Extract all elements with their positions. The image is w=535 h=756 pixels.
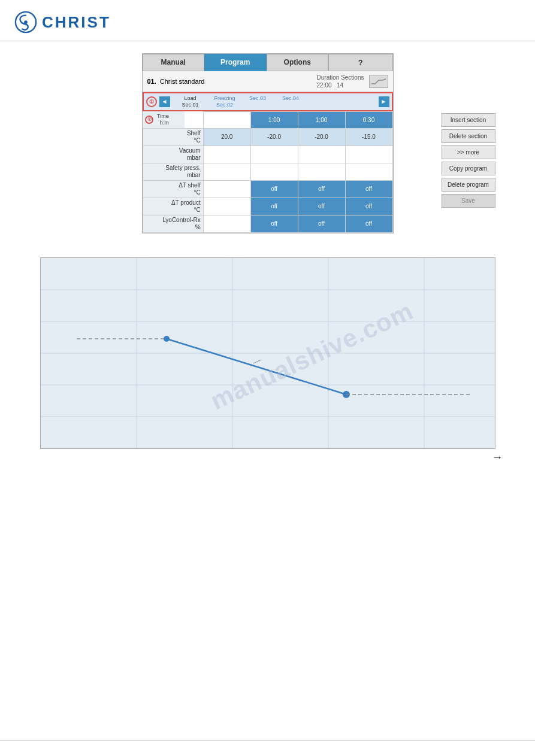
sec03-dt-product[interactable]: off — [298, 198, 345, 215]
sec04-header: Sec.04 — [274, 95, 307, 108]
program-icon — [369, 75, 388, 88]
sec02-vacuum[interactable] — [250, 145, 298, 163]
program-header: 01. Christ standard Duration Sections 22… — [143, 71, 393, 92]
sec04-safety[interactable] — [345, 163, 392, 180]
insert-section-button[interactable]: Insert section — [442, 113, 495, 127]
logo-text: CHRIST — [42, 13, 111, 32]
arrow-right: → — [492, 451, 503, 464]
program-meta: Duration Sections 22:00 14 — [317, 74, 364, 89]
svg-point-1 — [24, 20, 28, 24]
more-button[interactable]: >> more — [442, 145, 495, 159]
nav-next-button[interactable]: ► — [379, 96, 389, 107]
tab-help[interactable]: ? — [328, 54, 393, 71]
load-header: Load Sec.01 — [173, 95, 208, 108]
program-name: Christ standard — [160, 78, 317, 85]
badge-2: ② — [145, 116, 153, 124]
svg-point-14 — [164, 336, 170, 342]
panel-wrapper: Manual Program Options ? 01. Christ stan… — [142, 53, 394, 233]
sections-nav-row: ① ◄ Load Sec.01 Freezing Sec.02 Sec.03 S… — [143, 92, 393, 111]
sec02-time[interactable]: 1:00 — [250, 111, 298, 128]
graph-section: manualshive.com → — [26, 257, 509, 449]
row-label-shelf: Shelf°C — [143, 128, 203, 145]
sec04-dt-shelf[interactable]: off — [345, 180, 392, 198]
row-label-vacuum: Vacuummbar — [143, 145, 203, 163]
logo: CHRIST — [14, 11, 111, 34]
table-row: Safety press.mbar — [143, 163, 392, 180]
badge-1: ① — [146, 96, 157, 107]
nav-prev-button[interactable]: ◄ — [159, 96, 170, 107]
chart-mini-icon — [370, 77, 387, 86]
section-headers: Load Sec.01 Freezing Sec.02 Sec.03 Sec.0… — [173, 95, 376, 108]
logo-icon — [14, 11, 37, 34]
sec03-shelf[interactable]: -20.0 — [298, 128, 345, 145]
sec03-vacuum[interactable] — [298, 145, 345, 163]
row-label-dt-shelf: ΔT shelf°C — [143, 180, 203, 198]
row-label-dt-product: ΔT product°C — [143, 198, 203, 215]
save-button[interactable]: Save — [442, 194, 495, 208]
ui-panel: Manual Program Options ? 01. Christ stan… — [142, 53, 394, 233]
sec01-time — [203, 111, 250, 128]
tab-program[interactable]: Program — [204, 54, 267, 71]
sec04-time[interactable]: 0:30 — [345, 111, 392, 128]
sec04-lyocontrol[interactable]: off — [345, 215, 392, 232]
sec03-lyocontrol[interactable]: off — [298, 215, 345, 232]
tab-manual[interactable]: Manual — [143, 54, 205, 71]
delete-program-button[interactable]: Delete program — [442, 178, 495, 192]
data-table: ② Timeh:m 1:00 1:00 0:30 Shelf°C 20.0 -2… — [143, 111, 393, 233]
program-number: 01. — [147, 78, 156, 85]
sec01-dt-product[interactable] — [203, 198, 250, 215]
sec01-dt-shelf[interactable] — [203, 180, 250, 198]
row-label-safety: Safety press.mbar — [143, 163, 203, 180]
tab-options[interactable]: Options — [267, 54, 329, 71]
side-buttons: Insert section Delete section >> more Co… — [442, 113, 495, 208]
time-label: Timeh:m — [157, 113, 169, 126]
copy-program-button[interactable]: Copy program — [442, 162, 495, 175]
table-row: LyoControl-Rx% off off off — [143, 215, 392, 232]
sec03-safety[interactable] — [298, 163, 345, 180]
sec02-safety[interactable] — [250, 163, 298, 180]
sec03-header: Sec.03 — [241, 95, 274, 108]
tab-bar: Manual Program Options ? — [143, 54, 393, 71]
sec04-dt-product[interactable]: off — [345, 198, 392, 215]
sec01-shelf[interactable]: 20.0 — [203, 128, 250, 145]
sec01-safety[interactable] — [203, 163, 250, 180]
duration-label: Duration Sections — [317, 74, 364, 81]
sec04-shelf[interactable]: -15.0 — [345, 128, 392, 145]
graph-svg — [41, 258, 495, 449]
sec02-dt-shelf[interactable]: off — [250, 180, 298, 198]
graph-container: manualshive.com — [40, 257, 495, 449]
row-label-time: ② Timeh:m — [143, 111, 185, 128]
sec02-header: Freezing Sec.02 — [208, 95, 241, 108]
sec03-dt-shelf[interactable]: off — [298, 180, 345, 198]
meta-values: 22:00 14 — [317, 81, 364, 89]
delete-section-button[interactable]: Delete section — [442, 129, 495, 143]
sec04-vacuum[interactable] — [345, 145, 392, 163]
sec01-vacuum[interactable] — [203, 145, 250, 163]
table-row: ΔT product°C off off off — [143, 198, 392, 215]
row-label-lyocontrol: LyoControl-Rx% — [143, 215, 203, 232]
main-content: Manual Program Options ? 01. Christ stan… — [0, 41, 535, 473]
page-header: CHRIST — [0, 0, 535, 41]
table-row: Vacuummbar — [143, 145, 392, 163]
sec02-dt-product[interactable]: off — [250, 198, 298, 215]
sec02-shelf[interactable]: -20.0 — [250, 128, 298, 145]
table-row: Shelf°C 20.0 -20.0 -20.0 -15.0 — [143, 128, 392, 145]
sec02-lyocontrol[interactable]: off — [250, 215, 298, 232]
table-row: ΔT shelf°C off off off — [143, 180, 392, 198]
sec01-lyocontrol[interactable] — [203, 215, 250, 232]
bottom-border — [0, 740, 535, 741]
sec03-time[interactable]: 1:00 — [298, 111, 345, 128]
table-row: ② Timeh:m 1:00 1:00 0:30 — [143, 111, 392, 128]
